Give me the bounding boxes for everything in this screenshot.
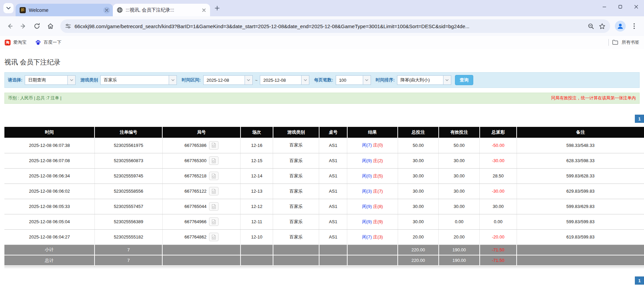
search-button[interactable]: 查询 bbox=[455, 75, 473, 85]
cell-result: 闲(7) 庄(3) bbox=[347, 229, 398, 245]
cell-bet-id: 523025556389 bbox=[95, 214, 162, 229]
bookmark-baidu[interactable]: 百度一下 bbox=[35, 39, 61, 45]
total-valid-bet: 190.00 bbox=[439, 255, 480, 266]
result-banker: 庄(5) bbox=[373, 173, 383, 178]
chevron-down-icon[interactable] bbox=[301, 76, 309, 84]
tab-search-button[interactable] bbox=[3, 3, 14, 13]
sort-value: 降幂(由大到小) bbox=[397, 76, 443, 84]
video-replay-button[interactable] bbox=[209, 141, 219, 150]
page-content: 视讯 会员下注纪录 请选择: 日期查询 游戏类别 百家乐 时间区间: 2025-… bbox=[0, 49, 644, 307]
summary-bar: 币别 : 人民币 | 总共 :7 注单 | 同局有效投注，统一计算在该局第一张注… bbox=[4, 93, 640, 104]
col-result: 结果 bbox=[347, 127, 398, 138]
cell-game-category: 百家乐 bbox=[273, 184, 319, 199]
cell-total-bet: 20.00 bbox=[398, 229, 439, 245]
site-settings-icon[interactable] bbox=[65, 23, 71, 29]
cell-table-no: AS1 bbox=[319, 168, 347, 184]
zoom-icon[interactable] bbox=[588, 23, 594, 30]
cell-valid-bet: 20.00 bbox=[439, 229, 480, 245]
date-end-select[interactable]: 2025-12-08 bbox=[260, 75, 309, 85]
video-replay-button[interactable] bbox=[209, 233, 219, 241]
page-1-button[interactable]: 1 bbox=[635, 276, 644, 285]
cell-game-category: 百家乐 bbox=[273, 199, 319, 214]
cell-game-category: 百家乐 bbox=[273, 168, 319, 184]
video-replay-button[interactable] bbox=[209, 172, 219, 180]
video-replay-button[interactable] bbox=[209, 217, 219, 226]
cell-table-no: AS1 bbox=[319, 199, 347, 214]
date-start-value: 2025-12-08 bbox=[204, 76, 245, 84]
cell-payout: -50.00 bbox=[480, 138, 517, 153]
forward-button[interactable] bbox=[17, 20, 30, 33]
game-category-label: 游戏类别 bbox=[80, 77, 98, 83]
video-replay-button[interactable] bbox=[209, 202, 219, 211]
minimize-button[interactable] bbox=[596, 0, 612, 14]
table-row: 2025-12-08 06:07:38 523025561975 6677653… bbox=[4, 138, 644, 153]
sort-select[interactable]: 降幂(由大到小) bbox=[397, 75, 451, 85]
total-label: 总计 bbox=[4, 255, 95, 266]
url-bar[interactable]: 66cxkj98.com/game/betrecord_search/kind3… bbox=[60, 19, 610, 33]
result-banker: 庄(2) bbox=[373, 158, 383, 163]
close-window-button[interactable] bbox=[628, 0, 644, 14]
chevron-down-icon bbox=[6, 7, 11, 9]
close-tab-icon[interactable] bbox=[103, 7, 110, 14]
tab-strip: 麟 Welcome :::视讯, 会员下注纪录::: bbox=[0, 0, 644, 16]
sort-label: 时间排序: bbox=[376, 77, 395, 83]
result-player: 闲(7) bbox=[362, 234, 372, 239]
tab-welcome[interactable]: 麟 Welcome bbox=[16, 4, 113, 16]
col-payout: 总派彩 bbox=[480, 127, 517, 138]
bookmark-star-icon[interactable] bbox=[599, 23, 605, 30]
cell-note: 628.33/598.33 bbox=[517, 153, 644, 168]
all-bookmarks[interactable]: 所有书签 bbox=[608, 39, 639, 46]
chevron-down-icon[interactable] bbox=[363, 76, 371, 84]
chevron-down-icon[interactable] bbox=[169, 76, 176, 84]
folder-icon bbox=[612, 40, 618, 45]
cell-note: 598.33/548.33 bbox=[517, 138, 644, 153]
baidu-paw-icon bbox=[35, 40, 41, 45]
query-type-select[interactable]: 日期查询 bbox=[25, 75, 76, 85]
cell-payout: 30.00 bbox=[480, 199, 517, 214]
per-page-select[interactable]: 100 bbox=[336, 75, 371, 85]
cell-session: 12-16 bbox=[241, 138, 273, 153]
pagination-top: 1 bbox=[0, 115, 644, 123]
page-1-button[interactable]: 1 bbox=[635, 115, 644, 123]
video-replay-button[interactable] bbox=[209, 156, 219, 165]
chevron-down-icon[interactable] bbox=[443, 76, 451, 84]
table-row: 2025-12-08 06:06:34 523025559745 6677652… bbox=[4, 168, 644, 184]
cell-game-category: 百家乐 bbox=[273, 229, 319, 245]
bookmark-label: 百度一下 bbox=[44, 39, 61, 45]
profile-avatar[interactable] bbox=[615, 21, 626, 32]
cell-game-category: 百家乐 bbox=[273, 153, 319, 168]
reload-button[interactable] bbox=[30, 20, 43, 33]
tab-bet-records[interactable]: :::视讯, 会员下注纪录::: bbox=[113, 4, 210, 16]
cell-table-no: AS1 bbox=[319, 138, 347, 153]
total-total-bet: 220.00 bbox=[398, 255, 439, 266]
cell-round: 667765386 bbox=[162, 138, 240, 153]
url-text[interactable]: 66cxkj98.com/game/betrecord_search/kind3… bbox=[75, 23, 470, 29]
home-button[interactable] bbox=[44, 20, 57, 33]
result-player: 闲(9) bbox=[362, 158, 372, 163]
cell-note: 629.83/599.83 bbox=[517, 184, 644, 199]
maximize-button[interactable] bbox=[612, 0, 628, 14]
close-tab-icon[interactable] bbox=[201, 7, 207, 14]
cell-note: 619.83/599.83 bbox=[517, 229, 644, 245]
video-replay-button[interactable] bbox=[209, 187, 219, 195]
time-range-label: 时间区间: bbox=[182, 77, 201, 83]
cell-valid-bet: 0.00 bbox=[439, 214, 480, 229]
date-start-select[interactable]: 2025-12-08 bbox=[203, 75, 253, 85]
browser-menu-button[interactable] bbox=[628, 20, 641, 33]
query-type-value: 日期查询 bbox=[25, 76, 67, 84]
new-tab-button[interactable] bbox=[212, 3, 222, 13]
bookmark-taobao[interactable]: 淘 爱淘宝 bbox=[5, 39, 26, 45]
round-number: 667765044 bbox=[184, 204, 206, 209]
browser-toolbar: 66cxkj98.com/game/betrecord_search/kind3… bbox=[0, 16, 644, 36]
table-row: 2025-12-08 06:06:02 523025558556 6677651… bbox=[4, 184, 644, 199]
result-banker: 庄(0) bbox=[373, 142, 383, 148]
col-bet-id: 注单编号 bbox=[95, 127, 162, 138]
table-row: 2025-12-08 06:05:04 523025556389 6677649… bbox=[4, 214, 644, 229]
result-banker: 庄(3) bbox=[373, 234, 383, 239]
cell-result: 闲(3) 庄(7) bbox=[347, 184, 398, 199]
chevron-down-icon[interactable] bbox=[245, 76, 252, 84]
chevron-down-icon[interactable] bbox=[67, 76, 75, 84]
cell-payout: -30.00 bbox=[480, 153, 517, 168]
back-button[interactable] bbox=[3, 20, 16, 33]
game-category-select[interactable]: 百家乐 bbox=[100, 75, 177, 85]
